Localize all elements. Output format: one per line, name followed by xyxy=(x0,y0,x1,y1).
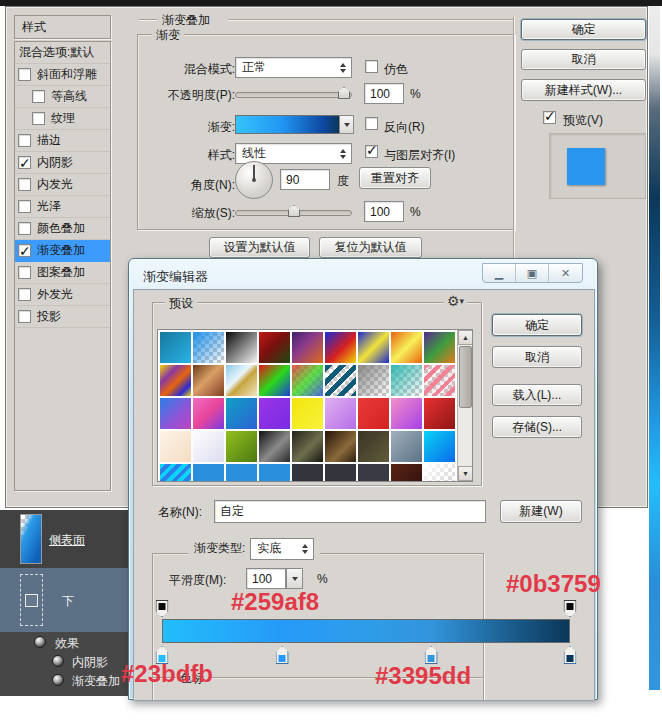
style-enable-checkbox[interactable] xyxy=(18,222,31,235)
cancel-button[interactable]: 取消 xyxy=(521,49,646,70)
gradient-preset-swatch[interactable] xyxy=(225,430,258,463)
gradient-preset-swatch[interactable] xyxy=(258,430,291,463)
ge-ok-button[interactable]: 确定 xyxy=(492,314,582,336)
gradient-preset-swatch[interactable] xyxy=(324,397,357,430)
opacity-slider[interactable] xyxy=(235,92,352,98)
style-enable-checkbox[interactable] xyxy=(18,68,31,81)
blend-mode-select[interactable]: 正常 xyxy=(235,57,352,78)
styles-list-item[interactable]: 外发光 xyxy=(15,284,110,306)
scrollbar-thumb[interactable] xyxy=(459,346,472,408)
color-stop[interactable] xyxy=(564,646,577,664)
gradient-preset-swatch[interactable] xyxy=(390,397,423,430)
smoothness-input[interactable]: 100 xyxy=(246,568,286,589)
styles-list-item[interactable]: 混合选项:默认 xyxy=(15,42,110,64)
gradient-preset-swatch[interactable] xyxy=(159,364,192,397)
gradient-preset-swatch[interactable] xyxy=(291,331,324,364)
gradient-preset-swatch[interactable] xyxy=(291,364,324,397)
gradient-preset-swatch[interactable] xyxy=(258,331,291,364)
styles-list-item[interactable]: 内发光 xyxy=(15,174,110,196)
visibility-eye-icon[interactable] xyxy=(34,636,46,648)
gradient-preset-swatch[interactable] xyxy=(357,364,390,397)
layer-thumbnail[interactable] xyxy=(20,514,42,564)
angle-input[interactable]: 90 xyxy=(280,169,330,190)
smoothness-dropdown-button[interactable] xyxy=(286,568,303,589)
maximize-button[interactable]: ▣ xyxy=(516,264,549,282)
gradient-preset-swatch[interactable] xyxy=(324,331,357,364)
gradient-preset-swatch[interactable] xyxy=(159,397,192,430)
gradient-preset-swatch[interactable] xyxy=(291,397,324,430)
gradient-preset-swatch[interactable] xyxy=(324,364,357,397)
gradient-preset-swatch[interactable] xyxy=(258,463,291,482)
style-enable-checkbox[interactable] xyxy=(18,310,31,323)
opacity-input[interactable]: 100 xyxy=(364,83,404,104)
effect-row[interactable]: 效果 xyxy=(0,632,130,651)
opacity-slider-thumb[interactable] xyxy=(338,87,350,99)
spinner-arrows-icon[interactable] xyxy=(302,544,308,554)
gradient-preset-swatch[interactable] xyxy=(423,463,456,482)
angle-dial[interactable] xyxy=(235,161,273,199)
effect-row[interactable]: 内阴影 xyxy=(0,651,130,670)
layer-name[interactable]: 下 xyxy=(62,593,74,610)
styles-list-item[interactable]: 光泽 xyxy=(15,196,110,218)
gradient-edit-bar[interactable] xyxy=(162,619,570,643)
name-input[interactable]: 自定 xyxy=(214,500,486,523)
scroll-down-button[interactable]: ▼ xyxy=(458,466,473,481)
ok-button[interactable]: 确定 xyxy=(521,19,646,40)
gradient-type-select[interactable]: 实底 xyxy=(250,538,314,560)
gradient-preset-swatch[interactable] xyxy=(324,430,357,463)
gradient-preset-swatch[interactable] xyxy=(357,397,390,430)
styles-list[interactable]: 混合选项:默认斜面和浮雕等高线纹理描边内阴影内发光光泽颜色叠加渐变叠加图案叠加外… xyxy=(14,41,111,491)
gradient-preset-swatch[interactable] xyxy=(423,364,456,397)
style-enable-checkbox[interactable] xyxy=(32,112,45,125)
color-stop[interactable] xyxy=(276,646,289,664)
gradient-dropdown-button[interactable] xyxy=(339,115,354,134)
new-gradient-button[interactable]: 新建(W) xyxy=(500,500,582,523)
reset-default-button[interactable]: 复位为默认值 xyxy=(319,237,422,258)
styles-list-item[interactable]: 纹理 xyxy=(15,108,110,130)
gradient-preset-swatch[interactable] xyxy=(159,463,192,482)
gradient-preset-swatch[interactable] xyxy=(225,397,258,430)
styles-list-item[interactable]: 渐变叠加 xyxy=(15,240,110,262)
styles-list-item[interactable]: 等高线 xyxy=(15,86,110,108)
styles-list-item[interactable]: 描边 xyxy=(15,130,110,152)
gradient-preset-swatch[interactable] xyxy=(192,397,225,430)
styles-list-item[interactable]: 内阴影 xyxy=(15,152,110,174)
visibility-eye-icon[interactable] xyxy=(52,655,64,667)
dither-checkbox[interactable] xyxy=(365,60,378,73)
gradient-preset-swatch[interactable] xyxy=(225,331,258,364)
gradient-preset-swatch[interactable] xyxy=(258,364,291,397)
scroll-up-button[interactable]: ▲ xyxy=(458,330,473,345)
gradient-preset-swatch[interactable] xyxy=(225,463,258,482)
close-button[interactable]: ✕ xyxy=(549,264,582,282)
effect-row[interactable]: 渐变叠加 xyxy=(0,670,130,689)
reset-align-button[interactable]: 重置对齐 xyxy=(359,167,431,189)
gradient-preset-swatch[interactable] xyxy=(192,331,225,364)
gradient-preset-swatch[interactable] xyxy=(291,430,324,463)
reverse-checkbox[interactable] xyxy=(365,117,378,130)
gradient-preview[interactable] xyxy=(235,115,340,134)
style-enable-checkbox[interactable] xyxy=(18,156,31,169)
ge-cancel-button[interactable]: 取消 xyxy=(492,346,582,368)
preview-checkbox[interactable] xyxy=(543,111,556,124)
gradient-preset-swatch[interactable] xyxy=(423,331,456,364)
layer-name[interactable]: 侧表面 xyxy=(49,532,85,549)
style-enable-checkbox[interactable] xyxy=(32,90,45,103)
gradient-preset-swatch[interactable] xyxy=(357,463,390,482)
scale-input[interactable]: 100 xyxy=(364,201,404,222)
layer-row[interactable]: 侧表面 xyxy=(0,510,130,568)
gradient-preset-swatch[interactable] xyxy=(159,331,192,364)
gradient-preset-swatch[interactable] xyxy=(324,463,357,482)
new-style-button[interactable]: 新建样式(W)... xyxy=(521,79,646,101)
styles-list-item[interactable]: 投影 xyxy=(15,306,110,328)
gradient-preset-swatch[interactable] xyxy=(390,331,423,364)
set-default-button[interactable]: 设置为默认值 xyxy=(209,237,310,258)
spinner-arrows-icon[interactable] xyxy=(340,63,346,73)
scrollbar[interactable]: ▲ ▼ xyxy=(457,330,472,481)
styles-list-item[interactable]: 颜色叠加 xyxy=(15,218,110,240)
save-button[interactable]: 存储(S)... xyxy=(492,416,582,438)
gradient-preset-swatch[interactable] xyxy=(192,463,225,482)
gradient-preset-swatch[interactable] xyxy=(390,463,423,482)
gradient-preset-swatch[interactable] xyxy=(159,430,192,463)
style-enable-checkbox[interactable] xyxy=(18,134,31,147)
gradient-preset-swatch[interactable] xyxy=(225,364,258,397)
